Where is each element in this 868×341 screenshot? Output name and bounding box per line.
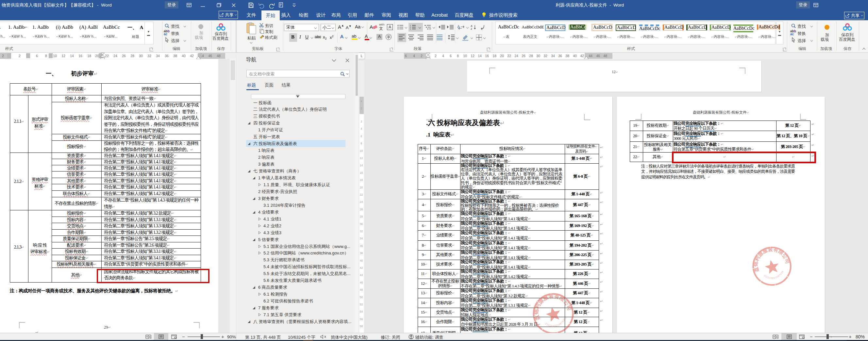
svg-text:A: A — [471, 25, 472, 28]
svg-text:3: 3 — [410, 28, 411, 30]
svg-text:Z: Z — [471, 28, 472, 30]
